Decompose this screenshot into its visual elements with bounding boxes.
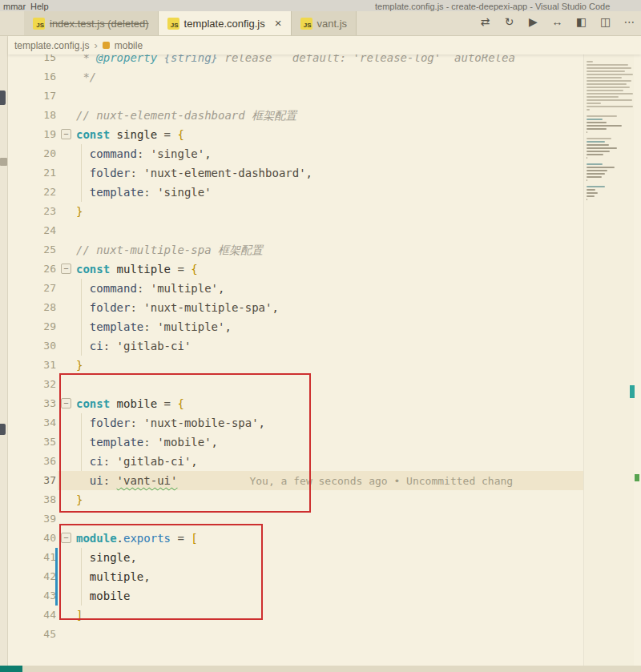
code-line-21[interactable]: 21 folder: 'nuxt-element-dashboard', [8,163,583,183]
minimap-line [587,192,598,194]
code-token: : [143,436,150,449]
git-modified-indicator [55,567,58,586]
more-actions-icon[interactable]: ⋯ [623,15,636,28]
code-token: const [76,397,110,410]
code-line-36[interactable]: 36 ci: 'gitlab-ci', [8,452,583,471]
code-token: ] [76,609,83,622]
sync-icon[interactable]: ↻ [502,15,516,28]
code-token: [ [191,532,197,545]
tab-label: index.test.js (deleted) [50,18,149,30]
code-line-25[interactable]: 25// nuxt-multiple-spa 框架配置 [8,240,583,260]
remote-indicator[interactable] [0,666,22,672]
code-line-16[interactable]: 16 */ [8,67,583,87]
fold-icon[interactable]: − [61,398,71,408]
minimap-line [587,131,587,133]
code-line-35[interactable]: 35 template: 'mobile', [8,433,583,452]
code-token: // nuxt-multiple-spa 框架配置 [76,243,263,256]
menu-item-help[interactable]: Help [30,2,49,11]
vertical-scrollbar[interactable] [634,54,641,666]
code-line-43[interactable]: 43 mobile [8,586,583,606]
code-line-30[interactable]: 30 ci: 'gitlab-ci' [8,336,583,356]
code-line-32[interactable]: 32 [8,375,583,394]
minimap-line [587,74,633,75]
code-token: , [130,551,136,564]
code-token: 'gitlab-ci' [117,340,191,352]
minimap-line [587,138,611,139]
line-number: 31 [8,356,56,375]
code-line-27[interactable]: 27 command: 'multiple', [8,279,583,298]
code-line-31[interactable]: 31} [8,356,583,375]
code-line-45[interactable]: 45 [8,625,583,644]
overview-ruler-modified-mark [630,385,635,398]
code-token [110,397,116,410]
code-line-24[interactable]: 24 [8,221,583,240]
breadcrumb-symbol[interactable]: mobile [115,40,143,51]
code-line-22[interactable]: 22 template: 'single' [8,183,583,202]
run-icon[interactable]: ▶ [526,15,540,28]
minimap-line [587,99,632,101]
code-line-23[interactable]: 23} [8,202,583,221]
code-line-44[interactable]: 44] [8,606,583,625]
code-line-42[interactable]: 42 multiple, [8,567,583,586]
code-token [151,320,157,333]
compare-changes-icon[interactable]: ◧ [574,15,588,28]
minimap-line [587,125,622,127]
code-token: folder [90,167,131,179]
open-changes-icon[interactable]: ⇄ [478,15,492,28]
code-line-28[interactable]: 28 folder: 'nuxt-multiple-spa', [8,298,583,317]
code-line-37[interactable]: 37 ui: 'vant-ui'You, a few seconds ago •… [8,471,583,490]
code-line-40[interactable]: 40−module.exports = [ [8,529,583,548]
breadcrumb: template.config.js › mobile [8,36,641,54]
code-token: ci [90,455,103,468]
code-line-19[interactable]: 19−const single = { [8,125,583,144]
minimap-line [587,90,623,91]
code-line-38[interactable]: 38} [8,490,583,509]
minimap-line [587,80,631,82]
editor-actions: ⇄↻▶↔◧◫⋯ [478,15,636,28]
navigate-back-forward-icon[interactable]: ↔ [550,15,564,28]
git-modified-indicator [55,548,58,567]
tab-index-test-js-deleted[interactable]: JSindex.test.js (deleted) [24,11,159,35]
tab-label: vant.js [317,18,348,30]
tab-vant-js[interactable]: JSvant.js [292,11,357,35]
menu-item[interactable]: mmar [3,2,26,11]
minimap-line [587,106,633,107]
code-token [76,186,90,199]
line-number: 16 [8,67,56,87]
code-line-34[interactable]: 34 folder: 'nuxt-mobile-spa', [8,413,583,433]
code-line-39[interactable]: 39 [8,509,583,529]
fold-icon[interactable]: − [61,129,71,139]
code-line-18[interactable]: 18// nuxt-element-dashboard 框架配置 [8,106,583,125]
code-editor[interactable]: 15 * @property {string} release default:… [8,54,583,666]
code-token: , [306,167,312,179]
code-token: { [191,263,197,276]
code-lines: 15 * @property {string} release default:… [8,54,583,644]
code-token: } [76,359,83,372]
code-token: template [90,186,143,199]
code-token [143,282,150,295]
code-token [157,54,163,64]
code-line-20[interactable]: 20 command: 'single', [8,144,583,163]
code-line-15[interactable]: 15 * @property {string} release default:… [8,54,583,67]
close-icon[interactable]: × [275,18,282,29]
code-line-17[interactable]: 17 [8,87,583,106]
code-line-41[interactable]: 41 single, [8,548,583,567]
breadcrumb-file[interactable]: template.config.js [14,40,89,51]
js-file-icon: JS [33,18,45,30]
breadcrumb-separator-icon: › [94,39,97,51]
split-editor-icon[interactable]: ◫ [599,15,612,28]
code-token: const [76,128,110,141]
tab-template-config-js[interactable]: JStemplate.config.js× [159,11,292,35]
code-token: mobile [117,397,158,410]
minimap[interactable] [583,54,634,666]
code-token: 'single' [151,147,204,160]
fold-icon[interactable]: − [61,264,71,274]
code-line-29[interactable]: 29 template: 'multiple', [8,317,583,336]
code-line-33[interactable]: 33−const mobile = { [8,394,583,413]
fold-icon[interactable]: − [61,533,71,543]
minimap-line [587,122,607,123]
code-line-26[interactable]: 26−const multiple = { [8,260,583,279]
line-number: 19 [8,125,56,144]
sidebar-edge [0,36,8,666]
line-number: 26 [8,260,56,279]
